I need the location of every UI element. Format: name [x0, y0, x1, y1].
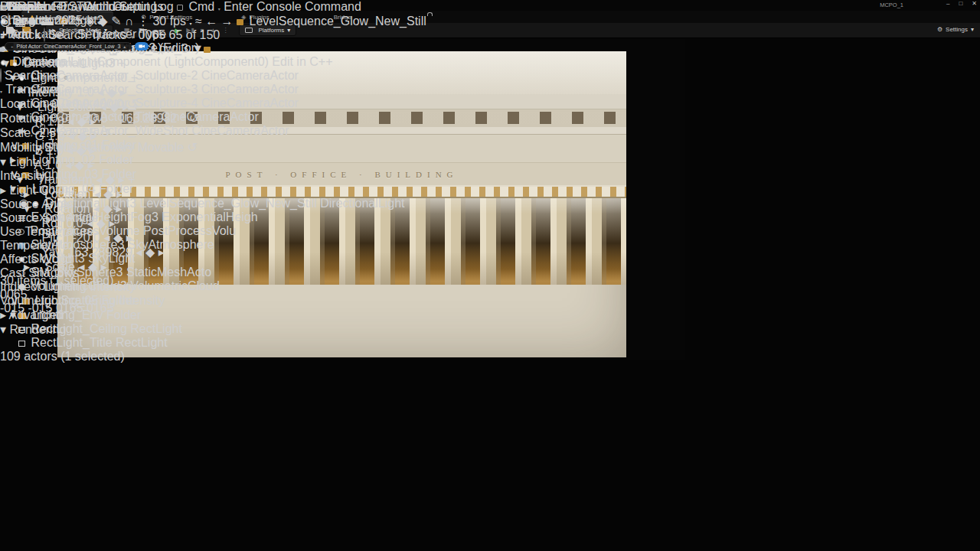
keyframe-controls[interactable]: ◂ ◆ ▸ [96, 173, 124, 186]
keyframe-controls[interactable]: ◂ ◆ ▸ [93, 202, 122, 215]
forward-icon[interactable] [221, 15, 234, 28]
cmd-icon [177, 5, 183, 11]
track-row[interactable]: Intensity 1.0 ◂ ◆ ▸ [0, 85, 426, 99]
row-type-icon [18, 341, 25, 347]
keyframe-controls[interactable]: ◂ ◆ ▸ [68, 129, 96, 142]
curve-editor-icon[interactable] [195, 15, 202, 28]
settings-dropdown[interactable]: Settings [937, 26, 974, 33]
camera-pill-icon[interactable] [135, 42, 149, 51]
keyframe-controls[interactable]: ◂ ◆ ▸ [66, 158, 94, 171]
track-row[interactable]: B 1.0 ◂ ◆ ▸ [0, 143, 426, 158]
add-section-icon[interactable]: + [131, 71, 138, 84]
sequencer-track-list: Track Search Tracks 0065 65 of 150 CineC… [0, 28, 426, 288]
track-row[interactable]: ▾ DirectionalLight3 + [0, 56, 426, 70]
track-row[interactable]: ▾ Transform ◂ ◆ ▸ + [0, 172, 426, 187]
keyframe-controls[interactable]: ◂ ◆ ▸ [94, 187, 122, 201]
minimize-button[interactable] [946, 0, 949, 7]
track-icon [12, 62, 18, 67]
fps-dropdown[interactable]: 30 fps [152, 15, 195, 28]
keyframe-controls[interactable]: ◂ ◆ ▸ [67, 144, 95, 157]
console-input[interactable]: Enter Console Command [224, 0, 361, 13]
keyframe-icon[interactable] [98, 15, 107, 28]
track-row[interactable]: ▾ Rotation ◂ ◆ ▸ [0, 201, 426, 216]
keyframe-controls[interactable]: ◂ ◆ ▸ [67, 115, 96, 128]
sequencer-timeline[interactable]: 0065 [0, 288, 426, 315]
keyframe-controls[interactable]: ◂ ◆ ▸ [78, 260, 106, 273]
track-row[interactable]: ▾ Light Color ◂ ◆ ▸ + [0, 99, 426, 114]
maximize-button[interactable] [959, 0, 962, 7]
add-section-icon[interactable]: + [128, 173, 135, 186]
keyframe-controls[interactable]: ◂ ◆ ▸ [97, 86, 126, 99]
track-search-input[interactable]: Search Tracks [44, 28, 130, 41]
sequencer-status: 30 items (1 selected) [0, 274, 426, 288]
track-row[interactable]: ▸ Location ◂ ◆ ▸ [0, 187, 426, 201]
track-row[interactable]: A 1.0 ◂ ◆ ▸ [0, 158, 426, 172]
timeline-range-bar: -015 -015 0165 0165 [0, 302, 426, 315]
back-icon[interactable] [205, 15, 217, 28]
edit-icon[interactable] [111, 15, 121, 28]
close-button[interactable] [972, 0, 977, 7]
track-row[interactable]: ▾ LightComponent0 + [0, 70, 426, 85]
frame-range: 65 of 150 [169, 28, 220, 41]
camera-filter-icon[interactable] [191, 42, 204, 55]
event-subtitle: Shanghai 2025 [0, 14, 84, 28]
outliner-status: 109 actors (1 selected) [0, 350, 405, 364]
track-row[interactable]: ▸ Scale ◂ ◆ ▸ [0, 259, 426, 274]
sequence-folder-icon [237, 19, 243, 25]
keyframe-controls[interactable]: ◂ ◆ ▸ [87, 217, 115, 230]
keyframe-controls[interactable]: ◂ ◆ ▸ [136, 246, 165, 259]
track-row[interactable]: Pitch -20.0 ◂ ◆ ▸ [0, 230, 426, 245]
eject-pilot-icon[interactable] [123, 44, 126, 49]
light-property-row[interactable]: ▾ Rendering [0, 322, 332, 337]
window-title: MCPO_1 [880, 2, 903, 8]
track-row[interactable]: Roll 0.0 ◂ ◆ ▸ [0, 216, 426, 230]
event-title: UNREAL FEST [0, 0, 84, 14]
track-row[interactable]: Yaw 163.289829 ◂ ◆ ▸ [0, 245, 426, 259]
playhead-frame-label: 0065 [0, 288, 426, 302]
track-row[interactable]: R 1.0 ◂ ◆ ▸ [0, 114, 426, 129]
sequence-breadcrumb[interactable]: LevelSequence_Glow_New_Still [250, 15, 426, 28]
track-filter-icon[interactable] [130, 35, 135, 40]
crosshair-icon [11, 44, 14, 49]
output-log-button[interactable]: Output Log [101, 0, 177, 13]
podium: UNREAL FEST Shanghai 2025 [0, 0, 84, 28]
keyframe-controls[interactable]: ◂ ◆ ▸ [100, 100, 129, 113]
settings-gear-icon [937, 26, 942, 33]
cmd-dropdown[interactable]: Cmd [177, 0, 224, 13]
search-icon [44, 28, 45, 42]
track-icon [19, 77, 24, 81]
add-track-button[interactable]: Track [0, 28, 44, 41]
track-rows: ▾ DirectionalLight3 + ▾ LightComponent0 [0, 56, 426, 274]
auto-key-icon[interactable] [86, 15, 95, 28]
outliner-row[interactable]: RectLight_Title RectLight [0, 336, 405, 350]
add-section-icon[interactable]: + [119, 57, 126, 70]
add-section-icon[interactable]: + [132, 100, 139, 113]
pilot-actor-label[interactable]: Pilot Actor: CineCameraActor_Front_Low_3 [5, 42, 132, 51]
keyframe-controls[interactable]: ◂ ◆ ▸ [103, 231, 132, 244]
snap-toggle[interactable] [125, 15, 134, 28]
camera-folder-icon[interactable] [204, 47, 211, 53]
presenter-video-overlay: UNREAL FEST Shanghai 2025 [0, 0, 84, 28]
track-row[interactable]: G 1.0 ◂ ◆ ▸ [0, 129, 426, 143]
unreal-editor-window: U MCPO_1 Assemble_Map-Lightin... Project… [0, 0, 980, 551]
output-log-icon [101, 5, 107, 11]
current-frame[interactable]: 0065 [138, 28, 165, 41]
